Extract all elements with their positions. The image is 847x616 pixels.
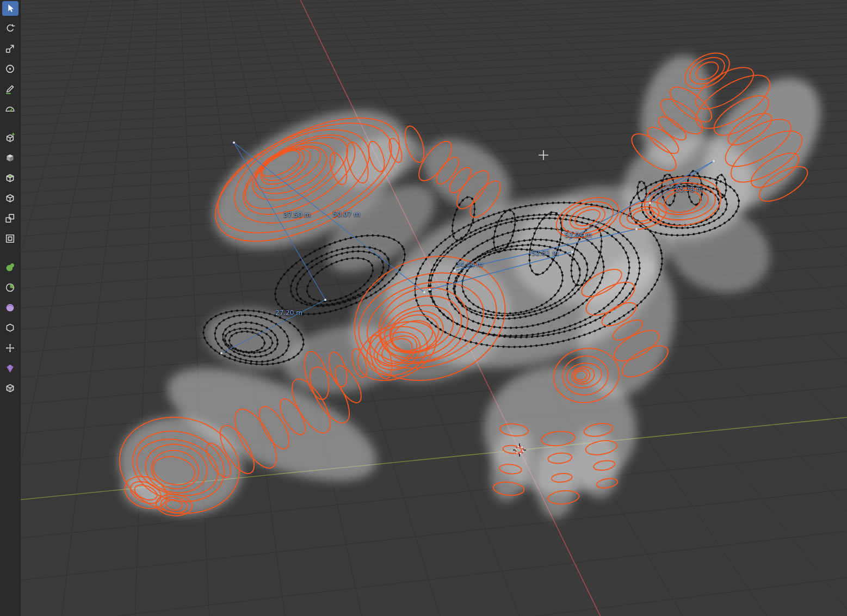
extrude-cube-icon xyxy=(4,173,16,184)
tool-cube-solid[interactable] xyxy=(2,151,18,165)
rotate-icon xyxy=(4,23,16,34)
tool-cube-outline[interactable] xyxy=(2,191,18,206)
transform-gizmo-icon xyxy=(4,63,16,75)
add-cube-icon xyxy=(4,132,16,144)
scene-canvas xyxy=(0,0,847,616)
tool-gem[interactable] xyxy=(2,361,18,375)
cube-outline-icon xyxy=(4,193,16,204)
viewport-toolbar xyxy=(0,0,21,616)
tool-scale[interactable] xyxy=(2,41,18,56)
inset-faces-icon xyxy=(4,233,16,244)
tool-array-cubes[interactable] xyxy=(2,211,18,226)
tool-transform-gizmo[interactable] xyxy=(2,61,18,76)
tool-annotate[interactable] xyxy=(2,82,18,96)
sphere-purple-icon xyxy=(4,302,16,313)
tool-move[interactable] xyxy=(2,341,18,355)
array-cubes-icon xyxy=(4,213,16,224)
scale-icon xyxy=(4,43,16,54)
tool-cursor-select[interactable] xyxy=(2,1,18,16)
tool-metaball[interactable] xyxy=(2,260,18,275)
box-outline-icon xyxy=(4,322,16,334)
model-mesh[interactable] xyxy=(110,48,844,525)
pie-slice-icon xyxy=(4,282,16,293)
wireframe-cube-icon xyxy=(4,383,16,394)
tool-measure[interactable] xyxy=(2,102,18,116)
cursor-select-icon xyxy=(4,3,16,14)
metaball-green-icon xyxy=(4,262,16,273)
tool-wireframe-cube[interactable] xyxy=(2,381,18,396)
gem-purple-icon xyxy=(4,362,16,374)
measure-protractor-icon xyxy=(4,103,16,115)
tool-extrude-cube[interactable] xyxy=(2,171,18,186)
cube-solid-icon xyxy=(4,152,16,164)
tool-rotate[interactable] xyxy=(2,21,18,36)
tool-add-cube[interactable] xyxy=(2,131,18,145)
3d-viewport[interactable]: 37.50 m 50.07 m 27.20 m 34.44 m 52.81 m … xyxy=(0,0,847,616)
move-arrows-icon xyxy=(4,342,16,354)
annotate-pencil-icon xyxy=(4,83,16,95)
tool-sphere-purple[interactable] xyxy=(2,300,18,315)
mouse-crosshair-icon xyxy=(539,150,548,160)
tool-inset-faces[interactable] xyxy=(2,231,18,246)
tool-box-outline[interactable] xyxy=(2,321,18,335)
tool-pie-slice[interactable] xyxy=(2,280,18,295)
